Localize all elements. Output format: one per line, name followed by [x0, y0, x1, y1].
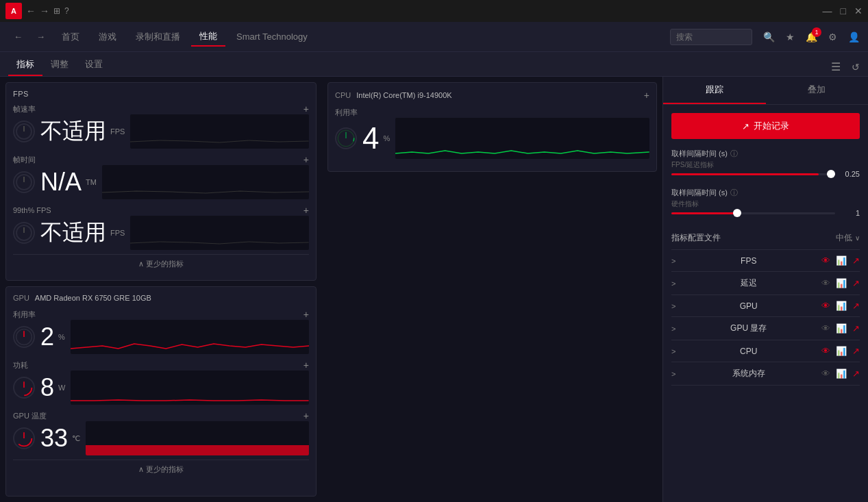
- slider-thumb-1[interactable]: [827, 170, 835, 178]
- sample-sublabel-2: 硬件指标: [671, 199, 860, 209]
- right-tabs: 跟踪 叠加: [663, 77, 868, 105]
- expand-arrow[interactable]: >: [671, 347, 675, 355]
- gpu-power-label-row: 功耗 +: [13, 360, 309, 371]
- close-button[interactable]: ✕: [854, 5, 863, 16]
- tab-metrics[interactable]: 指标: [8, 54, 42, 76]
- frame-time-chart: [102, 165, 309, 199]
- fps-title: FPS: [13, 90, 309, 98]
- gpu-show-less[interactable]: ∧ 更少的指标: [13, 460, 309, 479]
- search-input[interactable]: [670, 29, 752, 45]
- grid-icon[interactable]: ⊞: [53, 6, 60, 16]
- sample-label-2: 取样间隔时间 (s) ⓘ: [671, 188, 860, 198]
- eye-icon[interactable]: 👁: [821, 278, 830, 288]
- gpu-temp-unit: ℃: [72, 434, 80, 443]
- expand-arrow[interactable]: >: [671, 279, 675, 288]
- cpu-add[interactable]: +: [644, 90, 649, 101]
- titlebar-right: — □ ✕: [823, 5, 863, 16]
- eye-icon[interactable]: 👁: [821, 368, 830, 379]
- account-icon[interactable]: 👤: [848, 32, 860, 42]
- fps99-gauge: [13, 222, 35, 244]
- minimize-button[interactable]: —: [823, 5, 832, 16]
- trend-icon[interactable]: ↗: [852, 323, 860, 334]
- left-panel: FPS 帧速率 + 不适用 FPS: [0, 77, 322, 502]
- nav-smart[interactable]: Smart Technology: [228, 29, 316, 45]
- gpu-power-container: 功耗 + 8 W: [13, 360, 309, 405]
- info-icon-2: ⓘ: [730, 188, 738, 198]
- nav-home[interactable]: 首页: [53, 28, 88, 46]
- refresh-icon[interactable]: ↺: [852, 62, 860, 73]
- bar-chart-icon[interactable]: 📊: [836, 346, 847, 356]
- metric-toggle-icons: 👁 📊 ↗: [821, 278, 860, 288]
- chevron-down-icon: ∨: [855, 234, 860, 242]
- maximize-button[interactable]: □: [841, 5, 846, 16]
- cpu-util-value: 4: [362, 121, 379, 155]
- metric-toggle-row: > GPU 显存 👁 📊 ↗: [671, 317, 860, 340]
- bar-chart-icon[interactable]: 📊: [836, 278, 847, 288]
- config-value[interactable]: 中低 ∨: [836, 232, 860, 244]
- right-tab-track[interactable]: 跟踪: [663, 77, 766, 104]
- gpu-util-add[interactable]: +: [303, 309, 309, 320]
- forward-button[interactable]: →: [40, 5, 49, 16]
- trend-icon[interactable]: ↗: [852, 301, 860, 311]
- expand-arrow[interactable]: >: [671, 370, 675, 378]
- tab-settings[interactable]: 设置: [77, 54, 111, 76]
- star-icon[interactable]: ★: [786, 32, 795, 42]
- eye-icon[interactable]: 👁: [821, 255, 830, 266]
- frame-time-gauge: [13, 171, 35, 193]
- gpu-temp-value-area: 33 ℃: [40, 424, 80, 453]
- nav-games[interactable]: 游戏: [90, 28, 125, 46]
- frame-time-add[interactable]: +: [303, 154, 309, 165]
- gpu-power-chart: [71, 371, 309, 405]
- trend-icon[interactable]: ↗: [852, 368, 860, 379]
- expand-arrow[interactable]: >: [671, 302, 675, 310]
- bar-chart-icon[interactable]: 📊: [836, 301, 847, 311]
- slider-2[interactable]: [671, 212, 835, 214]
- gpu-temp-gauge: [13, 427, 35, 449]
- gpu-util-value-area: 2 %: [40, 323, 65, 351]
- search-icon[interactable]: 🔍: [763, 32, 775, 42]
- gpu-temp-value: 33: [40, 424, 68, 453]
- eye-icon[interactable]: 👁: [821, 346, 830, 356]
- trend-icon[interactable]: ↗: [852, 255, 860, 266]
- metric-toggle-label: FPS: [741, 256, 756, 266]
- cpu-util-chart: [395, 118, 649, 159]
- gpu-title-bar: GPU AMD Radeon RX 6750 GRE 10GB: [13, 294, 309, 302]
- eye-icon[interactable]: 👁: [821, 301, 830, 311]
- gpu-section: GPU AMD Radeon RX 6750 GRE 10GB 利用率 + 2 …: [5, 286, 317, 497]
- record-button[interactable]: ↗ 开始记录: [671, 113, 860, 139]
- nav-record[interactable]: 录制和直播: [127, 28, 188, 46]
- bar-chart-icon[interactable]: 📊: [836, 368, 847, 379]
- trend-icon[interactable]: ↗: [852, 346, 860, 356]
- sample-interval-2: 取样间隔时间 (s) ⓘ 硬件指标 1: [671, 188, 860, 217]
- nav-performance[interactable]: 性能: [191, 27, 225, 47]
- nav-back[interactable]: ←: [8, 29, 28, 45]
- gpu-temp-metric: 33 ℃: [13, 421, 309, 455]
- bar-chart-icon[interactable]: 📊: [836, 323, 847, 334]
- frame-rate-container: 帧速率 + 不适用 FPS: [13, 103, 309, 149]
- back-button[interactable]: ←: [26, 5, 36, 16]
- gpu-temp-add[interactable]: +: [303, 410, 309, 421]
- expand-arrow[interactable]: >: [671, 257, 675, 265]
- record-icon: ↗: [742, 121, 749, 131]
- nav-search-area: 🔍 ★ 🔔 1 ⚙ 👤: [670, 29, 860, 45]
- bar-chart-icon[interactable]: 📊: [836, 255, 847, 266]
- slider-thumb-2[interactable]: [733, 209, 741, 217]
- gpu-power-add[interactable]: +: [303, 360, 309, 371]
- expand-arrow[interactable]: >: [671, 325, 675, 333]
- metric-toggle-icons: 👁 📊 ↗: [821, 301, 860, 311]
- help-icon[interactable]: ?: [64, 6, 69, 16]
- list-icon[interactable]: ☰: [831, 60, 841, 73]
- tab-adjust[interactable]: 调整: [42, 54, 77, 76]
- nav-forward[interactable]: →: [31, 29, 51, 45]
- frame-rate-label-row: 帧速率 +: [13, 103, 309, 114]
- eye-icon[interactable]: 👁: [821, 323, 830, 334]
- trend-icon[interactable]: ↗: [852, 278, 860, 288]
- frame-rate-add[interactable]: +: [303, 103, 309, 114]
- metric-toggle-row: > 系统内存 👁 📊 ↗: [671, 362, 860, 386]
- metric-toggle-icons: 👁 📊 ↗: [821, 323, 860, 334]
- right-tab-overlay[interactable]: 叠加: [766, 77, 869, 104]
- fps99-add[interactable]: +: [303, 205, 309, 216]
- slider-1[interactable]: [671, 173, 835, 175]
- settings-icon[interactable]: ⚙: [828, 32, 837, 42]
- fps-show-less[interactable]: ∧ 更少的指标: [13, 254, 309, 273]
